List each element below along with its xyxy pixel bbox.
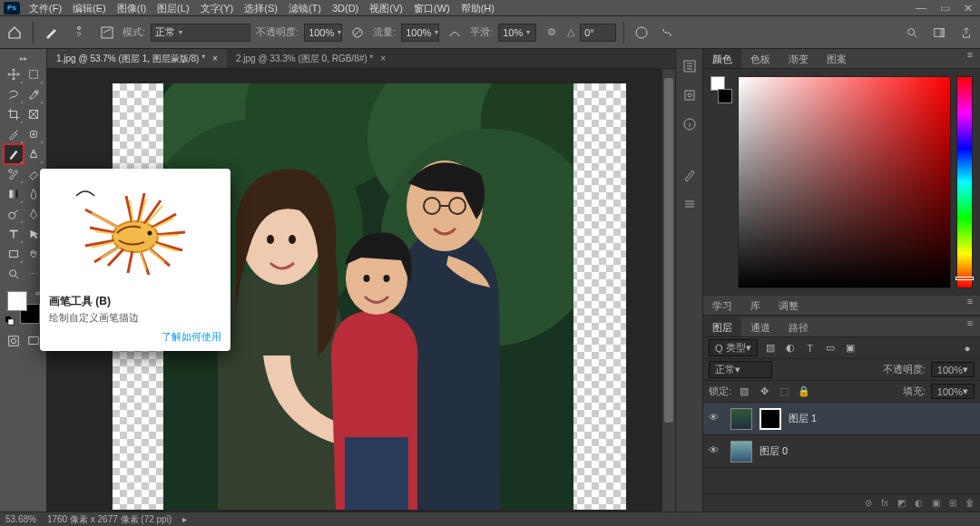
brushes-panel-icon[interactable] bbox=[680, 165, 700, 185]
tab-layers[interactable]: 图层 bbox=[703, 317, 741, 336]
tool-dodge[interactable] bbox=[4, 204, 24, 224]
filter-adjust-icon[interactable]: ◐ bbox=[783, 341, 798, 356]
status-caret-icon[interactable]: ▸ bbox=[182, 514, 187, 524]
fg-bg-swatch[interactable]: ⇄ bbox=[5, 289, 42, 326]
layer-mask-icon[interactable]: ◩ bbox=[897, 498, 906, 508]
doc-dimensions[interactable]: 1760 像素 x 2677 像素 (72 ppi) bbox=[47, 513, 172, 526]
lock-all-icon[interactable]: 🔒 bbox=[797, 385, 811, 399]
tooltip-learn-link[interactable]: 了解如何使用 bbox=[162, 331, 221, 342]
lock-position-icon[interactable]: ✥ bbox=[757, 385, 771, 399]
tool-move[interactable] bbox=[4, 64, 24, 84]
tab-learn[interactable]: 学习 bbox=[703, 296, 741, 315]
delete-layer-icon[interactable]: 🗑 bbox=[965, 498, 975, 508]
mode-dropdown[interactable]: 正常 ▾ bbox=[151, 24, 250, 42]
filter-smart-icon[interactable]: ▣ bbox=[843, 341, 858, 356]
layer-fx-icon[interactable]: fx bbox=[881, 498, 888, 508]
tab-libraries[interactable]: 库 bbox=[741, 296, 769, 315]
panel-menu-icon[interactable]: ≡ bbox=[960, 49, 980, 68]
menu-layer[interactable]: 图层(L) bbox=[152, 0, 194, 16]
document-tab-2[interactable]: 2.jpg @ 33.3% (图层 0, RGB/8#) * × bbox=[227, 49, 395, 68]
toolbar-grip-icon[interactable]: ▸▸ bbox=[20, 53, 27, 64]
layer-row[interactable]: 👁 图层 0 bbox=[703, 435, 980, 468]
link-layers-icon[interactable]: ⊘ bbox=[865, 498, 872, 508]
foreground-color[interactable] bbox=[7, 291, 27, 311]
tab-paths[interactable]: 路径 bbox=[779, 317, 818, 336]
search-icon[interactable] bbox=[902, 23, 922, 43]
tool-artboard[interactable] bbox=[24, 64, 44, 84]
hue-slider[interactable] bbox=[956, 76, 973, 288]
adjustment-layer-icon[interactable]: ◐ bbox=[915, 498, 923, 508]
layer-thumbnail[interactable] bbox=[730, 408, 752, 430]
menu-edit[interactable]: 编辑(E) bbox=[67, 0, 112, 16]
blend-mode-dropdown[interactable]: 正常▾ bbox=[709, 361, 772, 378]
menu-3d[interactable]: 3D(D) bbox=[327, 0, 364, 16]
window-minimize[interactable]: — bbox=[909, 0, 933, 16]
vertical-scrollbar[interactable] bbox=[662, 69, 675, 511]
menu-file[interactable]: 文件(F) bbox=[24, 0, 67, 16]
brush-settings-button[interactable] bbox=[97, 23, 117, 43]
tool-history-brush[interactable] bbox=[4, 164, 24, 184]
smoothing-gear-icon[interactable]: ⚙ bbox=[542, 23, 562, 43]
brush-settings-panel-icon[interactable] bbox=[680, 194, 700, 214]
group-icon[interactable]: ▣ bbox=[932, 498, 940, 508]
tool-quick-select[interactable] bbox=[24, 84, 44, 104]
panel-menu-icon[interactable]: ≡ bbox=[960, 317, 980, 336]
tab-patterns[interactable]: 图案 bbox=[818, 49, 856, 68]
history-panel-icon[interactable] bbox=[680, 56, 700, 76]
panel-menu-icon[interactable]: ≡ bbox=[960, 296, 980, 315]
tool-eyedropper[interactable] bbox=[4, 124, 24, 144]
color-fgbg[interactable] bbox=[710, 76, 732, 103]
lock-artboard-icon[interactable]: ⬚ bbox=[777, 385, 791, 399]
window-restore[interactable]: ▭ bbox=[933, 0, 956, 16]
tool-spot-heal[interactable] bbox=[24, 124, 44, 144]
close-icon[interactable]: × bbox=[380, 54, 386, 63]
filter-type-icon[interactable]: T bbox=[803, 341, 818, 356]
layer-fill-field[interactable]: 100%▾ bbox=[931, 384, 975, 399]
menu-select[interactable]: 选择(S) bbox=[239, 0, 283, 16]
tool-crop[interactable] bbox=[4, 104, 24, 124]
default-colors-icon[interactable] bbox=[5, 317, 15, 326]
menu-help[interactable]: 帮助(H) bbox=[456, 0, 500, 16]
layer-mask-thumbnail[interactable] bbox=[760, 408, 781, 430]
window-close[interactable]: ✕ bbox=[956, 0, 980, 16]
quickmask-icon[interactable] bbox=[4, 331, 24, 351]
close-icon[interactable]: × bbox=[212, 54, 218, 63]
brush-preview[interactable]: 9 bbox=[66, 20, 92, 45]
pressure-size-icon[interactable] bbox=[632, 23, 652, 43]
menu-view[interactable]: 视图(V) bbox=[364, 0, 408, 16]
opacity-field[interactable]: 100% ▾ bbox=[304, 24, 342, 42]
document-tab-1[interactable]: 1.jpg @ 53.7% (图层 1, 图层蒙版/8) * × bbox=[47, 49, 227, 68]
tool-frame[interactable] bbox=[24, 104, 44, 124]
menu-filter[interactable]: 滤镜(T) bbox=[283, 0, 327, 16]
tool-rectangle[interactable] bbox=[4, 244, 24, 264]
tool-gradient[interactable] bbox=[4, 184, 24, 204]
tab-gradients[interactable]: 渐变 bbox=[779, 49, 818, 68]
tab-channels[interactable]: 通道 bbox=[741, 317, 779, 336]
symmetry-icon[interactable] bbox=[657, 23, 677, 43]
filter-pixel-icon[interactable]: ▧ bbox=[763, 341, 778, 356]
tool-type[interactable] bbox=[4, 224, 24, 244]
tool-lasso[interactable] bbox=[4, 84, 24, 104]
flow-field[interactable]: 100% ▾ bbox=[401, 24, 439, 42]
new-layer-icon[interactable]: ⊞ bbox=[949, 498, 956, 508]
pressure-opacity-icon[interactable] bbox=[348, 23, 368, 43]
angle-field[interactable]: 0° bbox=[580, 24, 616, 42]
hue-thumb[interactable] bbox=[956, 277, 974, 280]
tab-color[interactable]: 颜色 bbox=[703, 49, 741, 68]
layer-thumbnail[interactable] bbox=[730, 441, 752, 463]
airbrush-icon[interactable] bbox=[445, 23, 465, 43]
tab-adjustments[interactable]: 调整 bbox=[769, 296, 808, 315]
share-icon[interactable] bbox=[956, 23, 976, 43]
home-button[interactable] bbox=[4, 22, 25, 44]
filter-shape-icon[interactable]: ▭ bbox=[823, 341, 838, 356]
smoothing-field[interactable]: 10% ▾ bbox=[498, 24, 536, 42]
layer-row[interactable]: 👁 图层 1 bbox=[703, 403, 980, 435]
menu-type[interactable]: 文字(Y) bbox=[195, 0, 240, 16]
menu-window[interactable]: 窗口(W) bbox=[408, 0, 456, 16]
tool-clone-stamp[interactable] bbox=[24, 144, 44, 164]
tool-preset-brush-icon[interactable] bbox=[41, 23, 61, 43]
scrollbar-thumb[interactable] bbox=[664, 78, 673, 423]
visibility-icon[interactable]: 👁 bbox=[709, 412, 723, 426]
layer-filter-kind[interactable]: Q 类型▾ bbox=[709, 339, 758, 356]
color-field[interactable] bbox=[738, 76, 951, 288]
